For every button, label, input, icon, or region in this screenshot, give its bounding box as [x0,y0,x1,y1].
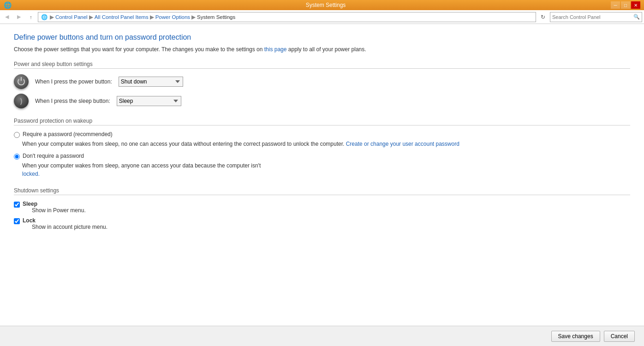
intro-paragraph: Choose the power settings that you want … [14,45,630,54]
content-area: Define power buttons and turn on passwor… [0,24,644,326]
search-input[interactable] [552,14,633,20]
power-button-row: When I press the power button: Shut down… [14,74,630,89]
create-password-link[interactable]: Create or change your user account passw… [346,141,459,147]
maximize-button[interactable]: □ [621,1,630,9]
back-button[interactable]: ◀ [2,12,12,22]
password-section: Password protection on wakeup Require a … [14,118,630,178]
search-bar: 🔍 [550,12,642,22]
power-button-label: When I press the power button: [35,78,112,85]
sleep-icon: ) [14,94,29,108]
sleep-button-dropdown[interactable]: Sleep Do nothing Hibernate Shut down Tur… [117,96,181,106]
require-password-row: Require a password (recommended) [14,131,630,138]
breadcrumb: 🌐 ▶ Control Panel ▶ All Control Panel It… [38,12,536,22]
breadcrumb-controlpanel[interactable]: Control Panel [55,14,88,20]
power-icon-ring [18,78,25,85]
lock-checkbox-row: Lock Show in account picture menu. [14,217,630,230]
cancel-button[interactable]: Cancel [604,331,635,342]
save-changes-button[interactable]: Save changes [551,331,600,342]
main-layout: Define power buttons and turn on passwor… [0,24,644,326]
sleep-checkbox-label[interactable]: Sleep [23,201,37,207]
lock-checkbox-label[interactable]: Lock [23,217,36,224]
up-button[interactable]: ↑ [26,12,36,22]
sleep-checkbox[interactable] [14,202,20,208]
page-title: Define power buttons and turn on passwor… [14,33,630,42]
require-password-label[interactable]: Require a password (recommended) [23,131,113,137]
sleep-button-label: When I press the sleep button: [35,98,110,104]
breadcrumb-current: System Settings [197,14,235,20]
dont-require-option: Don't require a password When your compu… [14,153,630,178]
power-section-header: Power and sleep button settings [14,61,630,69]
window-controls: ─ □ ✕ [611,1,640,9]
breadcrumb-globe-icon: 🌐 [41,14,48,20]
minimize-button[interactable]: ─ [611,1,620,9]
password-section-header: Password protection on wakeup [14,118,630,125]
dont-require-radio[interactable] [14,154,20,160]
lock-checkbox-desc: Show in account picture menu. [32,224,107,230]
breadcrumb-poweroptions[interactable]: Power Options [155,14,190,20]
sleep-checkbox-row: Sleep Show in Power menu. [14,201,630,214]
power-icon [14,74,29,89]
dont-require-label[interactable]: Don't require a password [23,153,84,159]
sleep-checkbox-desc: Show in Power menu. [32,207,86,214]
title-bar: 🌐 System Settings ─ □ ✕ [0,0,644,10]
dont-require-row: Don't require a password [14,153,630,160]
shutdown-section-header: Shutdown settings [14,187,630,195]
dont-require-text-1: When your computer wakes from sleep, any… [22,162,261,169]
locked-text: locked. [22,171,40,177]
refresh-button[interactable]: ↻ [538,12,548,22]
this-page-link[interactable]: this page [264,46,287,53]
window-title: System Settings [41,2,611,8]
app-icon: 🌐 [4,1,12,9]
shutdown-section: Shutdown settings Sleep Show in Power me… [14,187,630,230]
lock-checkbox[interactable] [14,218,20,224]
power-button-dropdown[interactable]: Shut down Do nothing Sleep Hibernate Tur… [119,77,183,87]
sleep-button-row: ) When I press the sleep button: Sleep D… [14,94,630,108]
require-desc-text: When your computer wakes from sleep, no … [22,141,346,147]
breadcrumb-allitems[interactable]: All Control Panel Items [95,14,149,20]
address-bar: ◀ ▶ ↑ 🌐 ▶ Control Panel ▶ All Control Pa… [0,10,644,24]
close-button[interactable]: ✕ [631,1,640,9]
require-password-radio[interactable] [14,132,20,138]
require-password-option: Require a password (recommended) When yo… [14,131,630,148]
dont-require-desc: When your computer wakes from sleep, any… [22,161,630,178]
power-button-section: Power and sleep button settings When I p… [14,61,630,108]
intro-text-2: apply to all of your power plans. [286,46,366,53]
bottom-bar: Save changes Cancel [0,326,644,346]
require-password-desc: When your computer wakes from sleep, no … [22,140,630,148]
forward-button[interactable]: ▶ [14,12,24,22]
intro-text-1: Choose the power settings that you want … [14,46,264,53]
search-icon: 🔍 [633,14,640,20]
